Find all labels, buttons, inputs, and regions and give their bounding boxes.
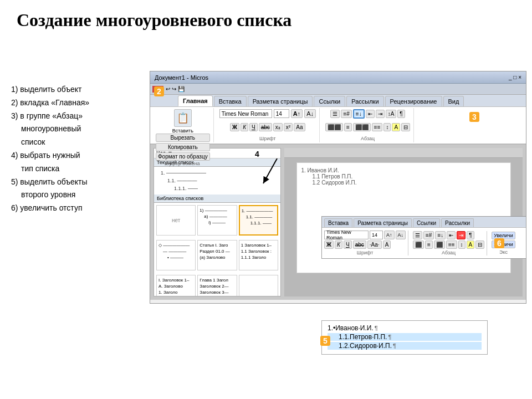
second-multilevel[interactable]: ≡↓ (435, 231, 446, 239)
format-painter-button[interactable]: Формат по образцу (156, 152, 210, 161)
second-shading[interactable]: A (467, 241, 475, 249)
justify-button[interactable]: ≡≡ (372, 123, 383, 131)
show-marks-button[interactable]: ¶ (397, 110, 405, 118)
second-shrink-font[interactable]: A↓ (396, 231, 406, 239)
clipboard-label: Буфер обмена (166, 161, 200, 166)
list-bullet-cell[interactable]: ◇ —————— — ———— • ——— (156, 240, 196, 270)
shading-button[interactable]: A (392, 123, 400, 131)
quick-access-bar: W ↩ ↪ 💾 (150, 84, 526, 95)
list-numeric-cell[interactable]: 1. —————— 1.1. ———— 1.1.1. —— (239, 205, 278, 236)
second-ribbon-popup: Вставка Разметка страницы Ссылки Рассылк… (321, 216, 526, 259)
font-controls: Times New Roman 14 A↑ A↓ (219, 109, 316, 118)
tab-home[interactable]: Главная (178, 95, 213, 106)
tab2-pagelayout[interactable]: Разметка страницы (354, 218, 412, 227)
tab-review[interactable]: Рецензирование (385, 96, 442, 106)
tab-mailings[interactable]: Рассылки (346, 96, 383, 106)
article-line1: Статья I. Заго (200, 242, 234, 248)
second-border[interactable]: ⊟ (475, 241, 484, 249)
align-center-button[interactable]: ≡ (344, 123, 352, 131)
second-strikethrough[interactable]: abc (353, 241, 366, 249)
second-grow-font[interactable]: A↑ (384, 231, 395, 239)
tab-references[interactable]: Ссылки (314, 96, 345, 106)
redo-icon[interactable]: ↪ (172, 86, 176, 92)
italic-button[interactable]: К (241, 123, 248, 131)
pilcrow-1: ¶ (375, 325, 378, 331)
tab2-insert[interactable]: Вставка (324, 218, 352, 227)
list-chapter-cell[interactable]: Глава 1 Загол Заголовок 2— Заголовок 3— (197, 275, 237, 296)
second-bold[interactable]: Ж (324, 241, 334, 249)
clear-format-button[interactable]: Аа (294, 123, 305, 131)
instructions-panel: 1) выделить объект 2) вкладка «Главная» … (11, 83, 144, 215)
paste-button[interactable]: 📋 (174, 109, 192, 127)
list-abc-line3: i) ——— (200, 219, 234, 226)
list-none-cell[interactable]: нет (156, 205, 196, 236)
list-num-line3: 1.1.1. —— (242, 220, 275, 226)
decrease-indent-button[interactable]: ⇤ (366, 110, 375, 118)
doc-line-3-text: 1.2.Сидоров·И.П. (339, 342, 392, 350)
list-article-cell[interactable]: Статья I. Заго Раздел 01.0 — (а) Заголов… (197, 240, 237, 270)
instruction-4: 4) выбрать нужный (11, 149, 144, 162)
copy-button[interactable]: Копировать (156, 143, 210, 151)
bullet-line3: • ——— (158, 254, 193, 260)
increase-indent-button[interactable]: ⇥ (376, 110, 385, 118)
pilcrow-2: ¶ (388, 334, 391, 340)
second-font-label: Шрифт (324, 250, 406, 255)
paragraph-row1: ☰ ≡# ≡↓ ⇤ ⇥ ↕A ¶ (330, 109, 405, 119)
second-font-size[interactable]: 14 (370, 231, 383, 239)
second-font-name[interactable]: Times New Roman (324, 231, 369, 239)
align-left-button[interactable]: ⬛⬛ (325, 123, 343, 131)
second-decrease-indent[interactable]: ⇤ (447, 231, 456, 239)
list-roman-cell[interactable]: I. Заголовок 1– А. Заголово 1. Заголо (156, 275, 196, 296)
tab-insert[interactable]: Вставка (214, 96, 247, 106)
list-abc-cell[interactable]: 1) ————— а) ———— i) ——— (197, 205, 237, 236)
step-4-label: 4 (255, 150, 299, 158)
border-button[interactable]: ⊟ (401, 123, 410, 131)
strikethrough-button[interactable]: abc (259, 123, 272, 131)
second-line-spacing[interactable]: ↕ (458, 241, 466, 249)
subscript-button[interactable]: x₂ (273, 123, 283, 131)
second-aa2[interactable]: A (383, 241, 391, 249)
align-right-button[interactable]: ⬛⬛ (353, 123, 371, 131)
heading-line2: 1.1 Заголовок : (241, 248, 276, 254)
tab2-mailings[interactable]: Рассылки (441, 218, 474, 227)
second-increase-indent[interactable]: ⇥ (457, 231, 466, 239)
bullets-button[interactable]: ☰ (330, 110, 340, 118)
multilevel-list-button[interactable]: ≡↓ (353, 109, 365, 119)
tab-view[interactable]: Вид (443, 96, 464, 106)
second-italic[interactable]: К (335, 241, 342, 249)
paragraph-row2: ⬛⬛ ≡ ⬛⬛ ≡≡ ↕ A ⊟ (325, 123, 410, 131)
list-grid: нет 1) ————— а) ———— i) ——— 1. —————— 1.… (154, 203, 280, 238)
second-align-right[interactable]: ⬛ (434, 241, 445, 249)
second-marks[interactable]: ¶ (467, 231, 474, 239)
second-bullets[interactable]: ☰ (413, 231, 422, 239)
instruction-5b: второго уровня (11, 188, 144, 202)
font-size-dropdown[interactable]: 14 (274, 109, 289, 118)
doc-page-line3: 1.2 Сидоров И.П. (301, 180, 506, 186)
second-aa[interactable]: ·Аа· (367, 241, 382, 249)
list-grid-row3: I. Заголовок 1– А. Заголово 1. Заголо Гл… (154, 273, 280, 296)
shrink-font-button[interactable]: A↓ (304, 109, 316, 118)
bold-button[interactable]: Ж (230, 123, 239, 131)
instruction-6: 6) увеличить отступ (11, 202, 144, 215)
second-numbering[interactable]: ≡# (423, 231, 434, 239)
sort-button[interactable]: ↕A (386, 110, 397, 118)
cut-button[interactable]: Вырезать (156, 134, 210, 142)
list-empty-cell[interactable] (239, 275, 278, 296)
second-align-left[interactable]: ⬛ (413, 241, 424, 249)
grow-font-button[interactable]: A↑ (291, 109, 303, 118)
list-heading-cell[interactable]: 1 Заголовок 1– 1.1 Заголовок : 1.1.1 Заг… (239, 240, 278, 270)
tab-page-layout[interactable]: Разметка страницы (248, 96, 313, 106)
second-underline[interactable]: Ч (344, 241, 352, 249)
underline-button[interactable]: Ч (249, 123, 258, 131)
numbering-button[interactable]: ≡# (341, 110, 351, 118)
undo-icon[interactable]: ↩ (166, 86, 170, 92)
second-align-center[interactable]: ≡ (425, 241, 433, 249)
second-justify[interactable]: ≡≡ (446, 241, 457, 249)
step-3-badge: 3 (469, 112, 479, 122)
save-icon[interactable]: 💾 (178, 86, 185, 92)
tab2-references[interactable]: Ссылки (413, 218, 440, 227)
line-spacing-button[interactable]: ↕ (383, 123, 391, 131)
list-num-line2: 1.1. ———— (242, 214, 275, 220)
font-name-dropdown[interactable]: Times New Roman (219, 109, 272, 118)
superscript-button[interactable]: x² (284, 123, 293, 131)
